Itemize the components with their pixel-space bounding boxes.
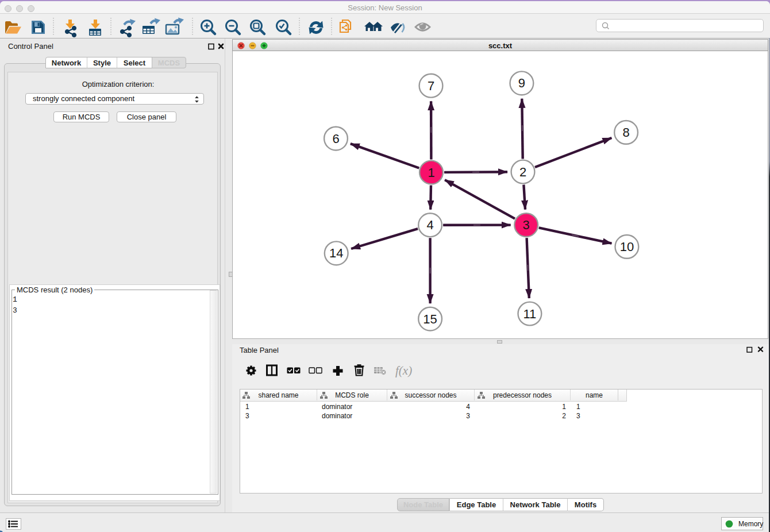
svg-text:2: 2 bbox=[519, 165, 526, 179]
svg-text:10: 10 bbox=[620, 240, 634, 254]
svg-text:3: 3 bbox=[523, 218, 530, 232]
svg-text:11: 11 bbox=[523, 307, 536, 321]
svg-text:f(x): f(x) bbox=[395, 364, 412, 377]
svg-text:8: 8 bbox=[622, 125, 629, 140]
svg-text:6: 6 bbox=[332, 132, 339, 146]
svg-text:1: 1 bbox=[428, 165, 434, 180]
svg-text:7: 7 bbox=[428, 79, 434, 93]
svg-text:9: 9 bbox=[518, 76, 525, 90]
svg-text:15: 15 bbox=[423, 312, 437, 326]
svg-text:14: 14 bbox=[329, 246, 343, 260]
svg-text:4: 4 bbox=[426, 218, 433, 232]
